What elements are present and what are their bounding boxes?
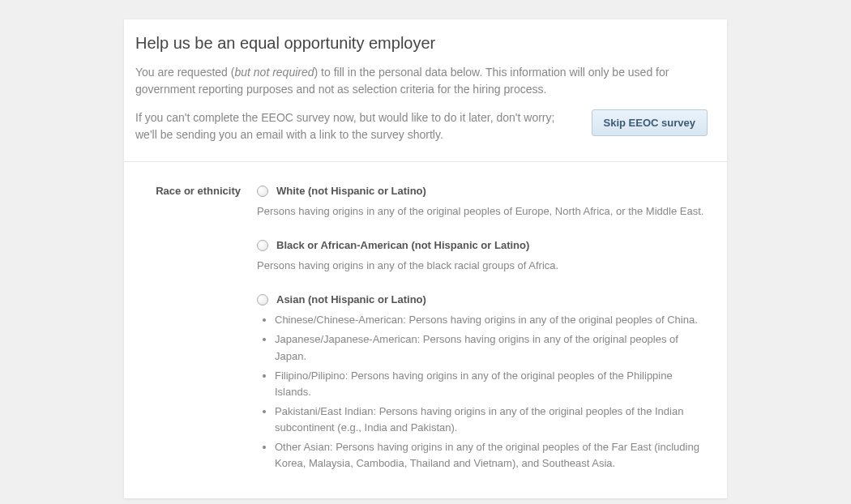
card-header: Help us be an equal opportunity employer… [124, 19, 727, 162]
form-body: Race or ethnicity White (not Hispanic or… [124, 162, 727, 498]
asian-sublist: Chinese/Chinese-American: Persons having… [257, 312, 708, 472]
option-asian: Asian (not Hispanic or Latino) Chinese/C… [257, 293, 708, 472]
list-item: Chinese/Chinese-American: Persons having… [275, 312, 708, 328]
option-white: White (not Hispanic or Latino) Persons h… [257, 185, 708, 220]
intro-em: but not required [234, 66, 314, 79]
radio-asian[interactable] [257, 294, 268, 305]
option-title: White (not Hispanic or Latino) [276, 185, 426, 197]
option-desc: Persons having origins in any of the ori… [257, 203, 708, 220]
option-title: Asian (not Hispanic or Latino) [276, 293, 426, 305]
option-title: Black or African-American (not Hispanic … [276, 239, 529, 251]
skip-row: If you can't complete the EEOC survey no… [135, 109, 708, 143]
radio-white[interactable] [257, 186, 268, 197]
skip-eeoc-button[interactable]: Skip EEOC survey [592, 109, 708, 136]
option-black: Black or African-American (not Hispanic … [257, 239, 708, 274]
option-desc: Persons having origins in any of the bla… [257, 258, 708, 274]
list-item: Other Asian: Persons having origins in a… [275, 439, 708, 472]
list-item: Pakistani/East Indian: Persons having or… [275, 404, 708, 436]
intro-text: You are requested (but not required) to … [135, 64, 708, 98]
skip-text: If you can't complete the EEOC survey no… [135, 109, 572, 143]
eeoc-card: Help us be an equal opportunity employer… [124, 19, 727, 498]
race-options: White (not Hispanic or Latino) Persons h… [257, 185, 708, 476]
list-item: Japanese/Japanese-American: Persons havi… [275, 331, 708, 364]
radio-black[interactable] [257, 240, 268, 251]
page-title: Help us be an equal opportunity employer [135, 34, 708, 53]
section-label: Race or ethnicity [135, 185, 241, 476]
intro-pre: You are requested ( [135, 66, 234, 79]
list-item: Filipino/Pilipino: Persons having origin… [275, 368, 708, 400]
